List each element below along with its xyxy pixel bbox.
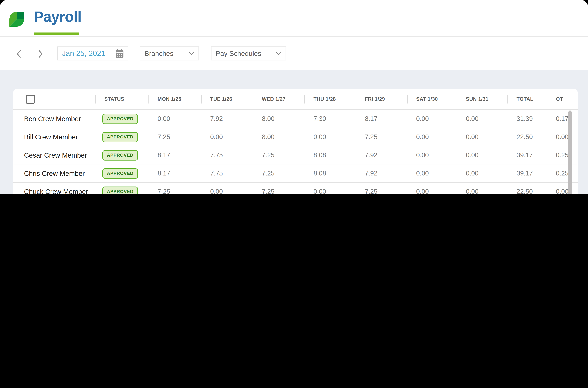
hours-thu: 7.30 <box>305 115 356 122</box>
column-header: THU 1/28 <box>305 89 356 109</box>
hours-tue: 7.92 <box>201 115 253 122</box>
column-header: OT <box>547 89 578 109</box>
status-cell: APPROVED <box>95 186 148 194</box>
table-row: Chris Crew Member APPROVED 8.17 7.75 7.2… <box>13 164 578 183</box>
hours-sat: 0.00 <box>407 188 457 194</box>
hours-wed: 7.25 <box>253 170 305 177</box>
hours-mon: 7.25 <box>148 188 201 194</box>
hours-thu: 8.08 <box>305 170 356 177</box>
table-body: Ben Crew Member APPROVED 0.00 7.92 8.00 … <box>13 110 578 194</box>
hours-sun: 0.00 <box>457 133 507 141</box>
hours-mon: 8.17 <box>148 151 201 159</box>
hours-overtime: 0.00 <box>547 133 578 141</box>
vertical-scrollbar-thumb[interactable] <box>568 111 572 194</box>
hours-overtime: 0.00 <box>547 188 578 194</box>
stage: Payroll Jan 25, 2021 <box>0 0 588 194</box>
hours-overtime: 0.17 <box>547 115 578 122</box>
crew-member-name: Ben Crew Member <box>13 115 95 123</box>
hours-total: 22.50 <box>507 188 547 194</box>
crew-member-name: Bill Crew Member <box>13 133 95 141</box>
branches-dropdown-label: Branches <box>144 49 173 57</box>
hours-fri: 7.25 <box>356 188 407 194</box>
table-header-row: STATUS MON 1/25 TUE 1/26 WED 1/27 THU 1/… <box>13 89 578 110</box>
next-period-button[interactable] <box>36 49 45 58</box>
date-picker[interactable]: Jan 25, 2021 <box>57 47 128 60</box>
hours-overtime: 0.25 <box>547 151 578 159</box>
hours-fri: 8.17 <box>356 115 407 122</box>
hours-mon: 0.00 <box>148 115 201 122</box>
vertical-scrollbar-track[interactable] <box>568 110 572 194</box>
hours-wed: 8.00 <box>253 115 305 122</box>
date-value: Jan 25, 2021 <box>62 49 105 58</box>
hours-sun: 0.00 <box>457 151 507 159</box>
hours-fri: 7.25 <box>356 133 407 141</box>
hours-sat: 0.00 <box>407 170 457 177</box>
status-badge: APPROVED <box>102 114 138 124</box>
hours-tue: 7.75 <box>201 170 253 177</box>
hours-overtime: 0.25 <box>547 170 578 177</box>
status-cell: APPROVED <box>95 114 148 124</box>
chevron-right-icon <box>38 50 44 58</box>
status-badge: APPROVED <box>102 132 138 142</box>
table-row: Chuck Crew Member APPROVED 7.25 0.00 7.2… <box>13 183 578 194</box>
hours-sun: 0.00 <box>457 170 507 177</box>
hours-wed: 8.00 <box>253 133 305 141</box>
hours-tue: 0.00 <box>201 133 253 141</box>
hours-total: 31.39 <box>507 115 547 122</box>
hours-fri: 7.92 <box>356 170 407 177</box>
column-header: STATUS <box>95 89 148 109</box>
hours-thu: 8.08 <box>305 151 356 159</box>
crew-member-name: Cesar Crew Member <box>13 151 95 159</box>
previous-period-button[interactable] <box>15 49 23 58</box>
header-checkbox-cell <box>13 95 95 103</box>
column-header: TOTAL <box>507 89 547 109</box>
crew-member-name: Chris Crew Member <box>13 170 95 177</box>
payroll-app-window: Payroll Jan 25, 2021 <box>0 0 588 194</box>
status-badge: APPROVED <box>102 186 138 194</box>
table-row: Bill Crew Member APPROVED 7.25 0.00 8.00… <box>13 128 578 146</box>
status-badge: APPROVED <box>102 150 138 160</box>
hours-thu: 0.00 <box>305 133 356 141</box>
active-tab-indicator <box>34 32 79 35</box>
leaf-logo-icon <box>9 12 24 27</box>
hours-sat: 0.00 <box>407 151 457 159</box>
column-header: TUE 1/26 <box>201 89 253 109</box>
hours-wed: 7.25 <box>253 151 305 159</box>
hours-wed: 7.25 <box>253 188 305 194</box>
hours-mon: 8.17 <box>148 170 201 177</box>
branches-dropdown[interactable]: Branches <box>140 47 199 60</box>
table-row: Cesar Crew Member APPROVED 8.17 7.75 7.2… <box>13 146 578 164</box>
crew-member-name: Chuck Crew Member <box>13 188 95 194</box>
hours-sat: 0.00 <box>407 133 457 141</box>
hours-tue: 7.75 <box>201 151 253 159</box>
status-cell: APPROVED <box>95 150 148 160</box>
hours-thu: 0.00 <box>305 188 356 194</box>
hours-sun: 0.00 <box>457 115 507 122</box>
chevron-down-icon <box>189 52 194 55</box>
table-row: Ben Crew Member APPROVED 0.00 7.92 8.00 … <box>13 110 578 128</box>
pay-schedules-dropdown[interactable]: Pay Schedules <box>211 47 286 60</box>
timesheet-table-card: STATUS MON 1/25 TUE 1/26 WED 1/27 THU 1/… <box>13 89 578 194</box>
pay-schedules-dropdown-label: Pay Schedules <box>216 49 261 57</box>
hours-total: 39.17 <box>507 151 547 159</box>
hours-fri: 7.92 <box>356 151 407 159</box>
hours-mon: 7.25 <box>148 133 201 141</box>
column-header: FRI 1/29 <box>356 89 407 109</box>
hours-sun: 0.00 <box>457 188 507 194</box>
hours-total: 22.50 <box>507 133 547 141</box>
column-header: SAT 1/30 <box>407 89 457 109</box>
column-header: MON 1/25 <box>148 89 201 109</box>
status-badge: APPROVED <box>102 168 138 179</box>
chevron-left-icon <box>16 50 22 58</box>
hours-total: 39.17 <box>507 170 547 177</box>
hours-sat: 0.00 <box>407 115 457 122</box>
status-cell: APPROVED <box>95 132 148 142</box>
select-all-checkbox[interactable] <box>26 95 35 103</box>
page-title: Payroll <box>34 8 81 25</box>
hours-tue: 0.00 <box>201 188 253 194</box>
column-header: WED 1/27 <box>253 89 305 109</box>
column-header: SUN 1/31 <box>457 89 507 109</box>
toolbar: Jan 25, 2021 Branches Pay Schedules <box>0 37 588 70</box>
status-cell: APPROVED <box>95 168 148 179</box>
title-bar: Payroll <box>0 0 588 37</box>
